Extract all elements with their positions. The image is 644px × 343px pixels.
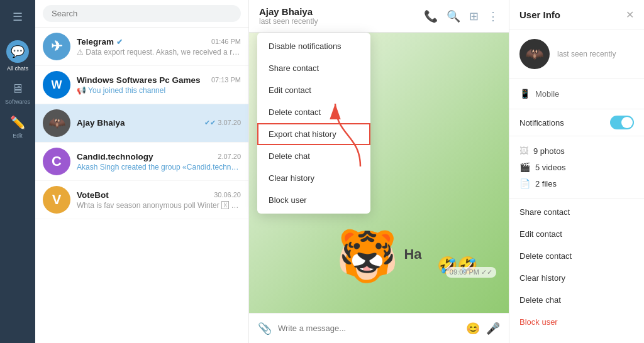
action-share-contact[interactable]: Share contact (509, 201, 644, 223)
list-item[interactable]: ✈ Telegram ✔ 01:46 PM ⚠ Data export requ… (35, 28, 248, 66)
tiger-sticker: 🐯 (336, 231, 399, 281)
softwares-icon: 🖥 (11, 82, 24, 96)
chat-preview: Akash Singh created the group «Candid.te… (77, 163, 241, 172)
all-chats-icon: 💬 (6, 40, 29, 63)
list-item[interactable]: W Windows Softwares Pc Games 07:13 PM 📢 … (35, 66, 248, 104)
photos-row[interactable]: 🖼 9 photos (519, 143, 634, 159)
chat-info: Windows Softwares Pc Games 07:13 PM 📢 Yo… (77, 75, 241, 95)
avatar: ✈ (43, 33, 70, 60)
avatar: 🦇 (43, 109, 70, 137)
chat-info: VoteBot 30.06.20 Whta is fav season anon… (77, 190, 241, 210)
notifications-row: Notifications (509, 109, 644, 136)
sticker-container: 🐯 Ha (336, 231, 421, 281)
chat-main: Ajay Bhaiya last seen recently 📞 🔍 ⊞ ⋮ D… (249, 0, 509, 343)
files-row[interactable]: 📄 2 files (519, 175, 634, 192)
videos-count: 5 videos (535, 163, 565, 172)
list-item[interactable]: 🦇 Ajay Bhaiya ✔✔ 3.07.20 (35, 104, 248, 143)
user-avatar: 🦇 (519, 39, 550, 69)
message-timestamp: 09:09 PM ✓✓ (446, 267, 496, 278)
context-block-user[interactable]: Block user (257, 189, 370, 211)
softwares-label: Softwares (5, 99, 30, 105)
phone-icon[interactable]: 📞 (424, 9, 438, 23)
chat-header-actions: 📞 🔍 ⊞ ⋮ (424, 9, 499, 23)
chat-header-info: Ajay Bhaiya last seen recently (259, 6, 318, 26)
search-input[interactable] (43, 5, 241, 22)
chat-contact-status: last seen recently (259, 17, 318, 26)
chat-preview: 📢 You joined this channel (77, 86, 241, 95)
chat-info: Candid.technology 2.07.20 Akash Singh cr… (77, 152, 241, 172)
files-count: 2 files (535, 179, 557, 188)
chat-name: Telegram ✔ (77, 37, 123, 46)
chat-time: 07:13 PM (211, 76, 241, 84)
mobile-label: Mobile (535, 89, 559, 99)
mobile-row: 📱 Mobile (519, 85, 634, 102)
user-info-title: User Info (519, 9, 560, 20)
message-input[interactable] (278, 324, 460, 333)
photos-icon: 🖼 (519, 146, 528, 156)
chat-info: Telegram ✔ 01:46 PM ⚠ Data export reques… (77, 37, 241, 57)
chat-preview: Whta is fav season anonymous poll Winter… (77, 201, 241, 210)
chat-name: Candid.technology (77, 152, 153, 161)
chat-list: ✈ Telegram ✔ 01:46 PM ⚠ Data export requ… (35, 0, 249, 343)
videos-row[interactable]: 🎬 5 videos (519, 159, 634, 175)
user-info-body: 🦇 last seen recently 📱 Mobile Notificati… (509, 30, 644, 343)
search-bar (35, 0, 248, 28)
user-info-header: User Info ✕ (509, 0, 644, 30)
chat-header-bar: Ajay Bhaiya last seen recently 📞 🔍 ⊞ ⋮ (249, 0, 509, 33)
avatar: W (43, 71, 70, 99)
chat-name: VoteBot (77, 190, 109, 200)
search-icon[interactable]: 🔍 (447, 9, 460, 23)
list-item[interactable]: V VoteBot 30.06.20 Whta is fav season an… (35, 181, 248, 219)
verified-icon: ✔ (116, 38, 123, 46)
list-item[interactable]: C Candid.technology 2.07.20 Akash Singh … (35, 143, 248, 181)
chat-time: ✔✔ 3.07.20 (204, 119, 241, 127)
close-button[interactable]: ✕ (626, 9, 634, 21)
chat-name: Ajay Bhaiya (77, 118, 125, 128)
grid-icon[interactable]: ⊞ (469, 9, 479, 23)
ha-text: Ha (404, 246, 421, 263)
mobile-section: 📱 Mobile (509, 79, 644, 109)
more-options-icon[interactable]: ⋮ (487, 9, 499, 23)
avatar: V (43, 186, 70, 214)
chat-input-bar: 📎 😊 🎤 (249, 313, 509, 343)
user-last-seen: last seen recently (557, 50, 616, 58)
action-edit-contact[interactable]: Edit contact (509, 223, 644, 245)
user-profile-section: 🦇 last seen recently (509, 30, 644, 79)
photos-count: 9 photos (533, 146, 565, 156)
chat-time: 01:46 PM (211, 38, 241, 45)
action-block-user[interactable]: Block user (509, 311, 644, 333)
sidebar-item-edit[interactable]: ✏️ Edit (0, 110, 35, 144)
media-section: 🖼 9 photos 🎬 5 videos 📄 2 files (509, 136, 644, 199)
user-info-panel: User Info ✕ 🦇 last seen recently 📱 Mobil… (509, 0, 644, 343)
all-chats-label: All chats (7, 65, 28, 72)
chat-time: 30.06.20 (214, 191, 241, 199)
chat-contact-name: Ajay Bhaiya (259, 6, 318, 17)
action-delete-contact[interactable]: Delete contact (509, 245, 644, 267)
sidebar-item-all-chats[interactable]: 💬 All chats (0, 35, 35, 77)
chat-preview: ⚠ Data export request. Akash, we receive… (77, 48, 241, 57)
action-section: Share contact Edit contact Delete contac… (509, 199, 644, 335)
context-disable-notifications[interactable]: Disable notifications (257, 35, 370, 57)
context-share-contact[interactable]: Share contact (257, 57, 370, 79)
avatar: C (43, 148, 70, 175)
notifications-label: Notifications (519, 118, 564, 128)
attach-icon[interactable]: 📎 (258, 322, 272, 335)
files-icon: 📄 (519, 178, 530, 188)
sidebar-item-softwares[interactable]: 🖥 Softwares (0, 77, 35, 110)
chat-name: Windows Softwares Pc Games (77, 75, 200, 85)
hamburger-button[interactable]: ☰ (8, 5, 28, 29)
mic-icon[interactable]: 🎤 (486, 322, 500, 335)
videos-icon: 🎬 (519, 162, 530, 172)
emoji-icon[interactable]: 😊 (466, 322, 480, 335)
chat-time: 2.07.20 (218, 153, 241, 160)
edit-label: Edit (13, 133, 23, 139)
chat-items: ✈ Telegram ✔ 01:46 PM ⚠ Data export requ… (35, 28, 248, 343)
user-profile-info: last seen recently (557, 50, 616, 58)
mobile-icon: 📱 (519, 89, 530, 99)
notifications-toggle[interactable] (610, 116, 634, 129)
chat-info: Ajay Bhaiya ✔✔ 3.07.20 (77, 118, 241, 129)
sidebar: ☰ 💬 All chats 🖥 Softwares ✏️ Edit (0, 0, 35, 343)
action-delete-chat[interactable]: Delete chat (509, 289, 644, 311)
action-clear-history[interactable]: Clear history (509, 267, 644, 289)
edit-icon: ✏️ (10, 115, 26, 130)
